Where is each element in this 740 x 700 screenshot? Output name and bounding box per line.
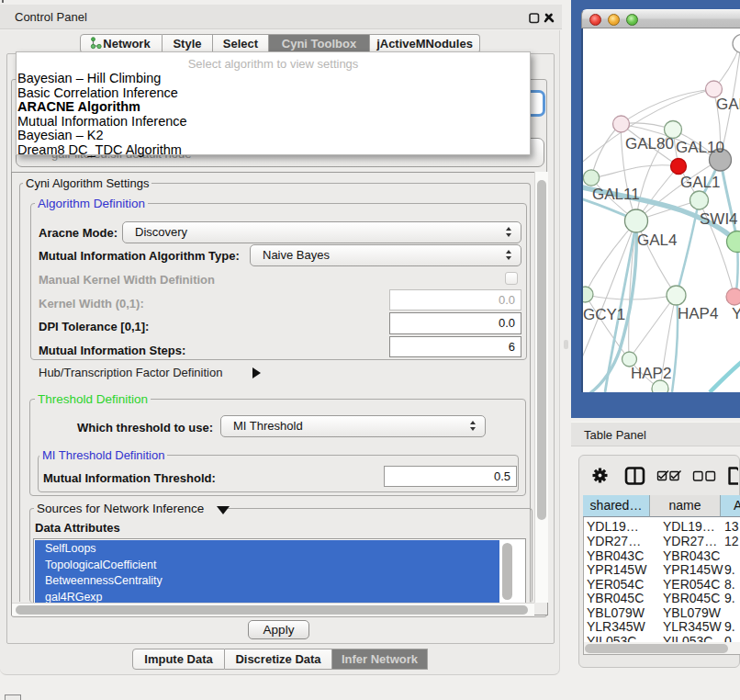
svg-text:GAL4: GAL4 [637,231,677,249]
svg-text:SWI4: SWI4 [700,210,738,228]
svg-text:GAL1: GAL1 [680,174,720,191]
svg-text:Y: Y [732,305,740,322]
svg-text:HAP4: HAP4 [678,305,718,322]
svg-text:GCY1: GCY1 [583,306,625,323]
svg-text:GAL: GAL [716,96,740,113]
svg-text:HAP2: HAP2 [631,365,671,382]
svg-text:GAL10: GAL10 [676,139,724,156]
svg-text:GAL11: GAL11 [592,186,640,203]
svg-text:GAL80: GAL80 [625,135,674,152]
